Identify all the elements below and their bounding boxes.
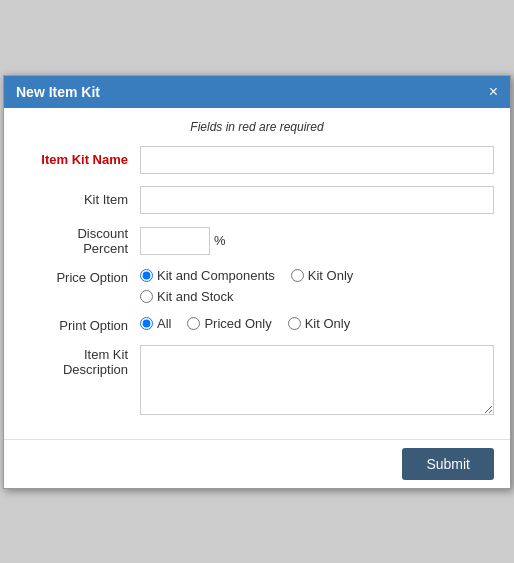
price-option-kit-and-stock[interactable]: Kit and Stock (140, 289, 234, 304)
print-option-label: Print Option (20, 316, 140, 333)
price-option-row-2: Kit and Stock (140, 289, 353, 304)
print-option-kit-only[interactable]: Kit Only (288, 316, 351, 331)
price-option-row: Price Option Kit and Components Kit Only (20, 268, 494, 304)
radio-kit-and-stock[interactable] (140, 290, 153, 303)
print-option-row: Print Option All Priced Only (20, 316, 494, 333)
close-button[interactable]: × (489, 84, 498, 100)
required-notice: Fields in red are required (20, 120, 494, 134)
radio-print-kit-only-label: Kit Only (305, 316, 351, 331)
modal-header: New Item Kit × (4, 76, 510, 108)
print-option-group: All Priced Only Kit Only (140, 316, 350, 331)
radio-kit-and-components[interactable] (140, 269, 153, 282)
item-kit-name-row: Item Kit Name (20, 146, 494, 174)
item-kit-description-row: Item KitDescription (20, 345, 494, 415)
item-kit-name-input[interactable] (140, 146, 494, 174)
discount-input-group: % (140, 227, 226, 255)
radio-print-kit-only[interactable] (288, 317, 301, 330)
modal-body: Fields in red are required Item Kit Name… (4, 108, 510, 439)
discount-percent-row: DiscountPercent % (20, 226, 494, 256)
radio-priced-only[interactable] (187, 317, 200, 330)
price-option-label: Price Option (20, 268, 140, 285)
radio-kit-only-label: Kit Only (308, 268, 354, 283)
discount-percent-label: DiscountPercent (20, 226, 140, 256)
discount-percent-input[interactable] (140, 227, 210, 255)
modal-dialog: New Item Kit × Fields in red are require… (3, 75, 511, 489)
kit-item-label: Kit Item (20, 192, 140, 207)
radio-priced-only-label: Priced Only (204, 316, 271, 331)
modal-footer: Submit (4, 439, 510, 488)
print-option-all[interactable]: All (140, 316, 171, 331)
submit-button[interactable]: Submit (402, 448, 494, 480)
price-option-group: Kit and Components Kit Only Kit and Stoc… (140, 268, 353, 304)
item-kit-description-label: Item KitDescription (20, 345, 140, 377)
item-kit-description-input[interactable] (140, 345, 494, 415)
percent-symbol: % (214, 233, 226, 248)
print-option-priced-only[interactable]: Priced Only (187, 316, 271, 331)
radio-all[interactable] (140, 317, 153, 330)
radio-kit-only[interactable] (291, 269, 304, 282)
price-option-kit-and-components[interactable]: Kit and Components (140, 268, 275, 283)
radio-all-label: All (157, 316, 171, 331)
print-option-row-1: All Priced Only Kit Only (140, 316, 350, 331)
item-kit-name-label: Item Kit Name (20, 152, 140, 167)
kit-item-input[interactable] (140, 186, 494, 214)
modal-overlay: New Item Kit × Fields in red are require… (0, 0, 514, 563)
price-option-row-1: Kit and Components Kit Only (140, 268, 353, 283)
radio-kit-and-stock-label: Kit and Stock (157, 289, 234, 304)
kit-item-row: Kit Item (20, 186, 494, 214)
price-option-kit-only[interactable]: Kit Only (291, 268, 354, 283)
radio-kit-and-components-label: Kit and Components (157, 268, 275, 283)
modal-title: New Item Kit (16, 84, 100, 100)
